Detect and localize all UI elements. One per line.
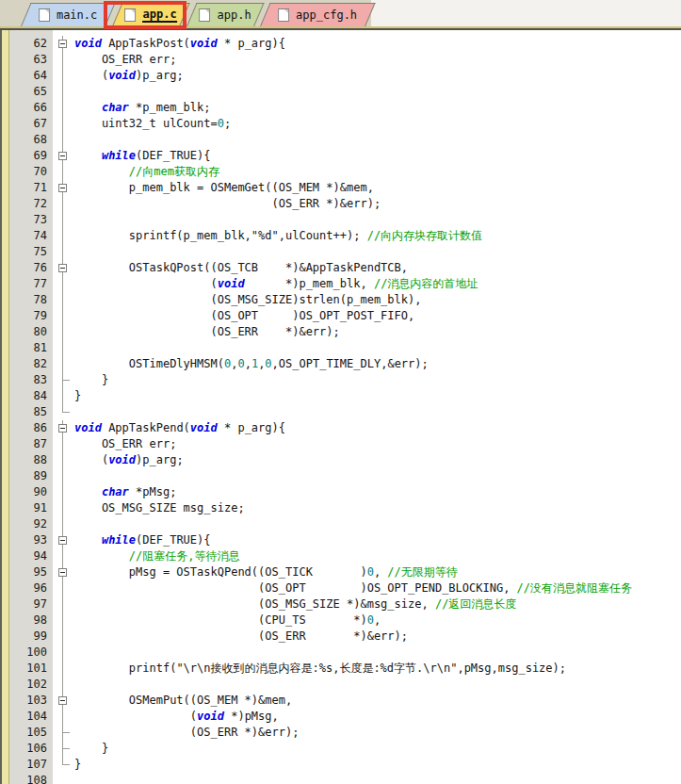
fold-column xyxy=(53,677,74,693)
code-lines: 62void AppTaskPost(void * p_arg){63 OS_E… xyxy=(9,36,632,784)
code-line: 70 //向mem获取内存 xyxy=(9,164,632,180)
code-line: 97 (OS_MSG_SIZE *)&msg_size, //返回消息长度 xyxy=(9,596,632,612)
tab-app-cfg-h[interactable]: app_cfg.h xyxy=(260,3,376,26)
code-text: (OS_OPT )OS_OPT_PEND_BLOCKING, //没有消息就阻塞… xyxy=(74,580,632,596)
line-number: 96 xyxy=(9,580,53,596)
tab-main-c[interactable]: main.c xyxy=(21,3,116,26)
fold-column xyxy=(53,100,74,116)
fold-column xyxy=(53,500,74,516)
code-text: sprintf(p_mem_blk,"%d",ulCount++); //向内存… xyxy=(74,228,482,244)
line-number: 97 xyxy=(9,596,53,612)
code-line: 102 xyxy=(9,677,632,693)
line-number: 99 xyxy=(9,629,53,645)
fold-column xyxy=(53,228,74,244)
line-number: 87 xyxy=(9,436,53,452)
line-number: 102 xyxy=(9,677,53,693)
fold-column xyxy=(53,564,74,580)
code-line: 78 (OS_MSG_SIZE)strlen(p_mem_blk), xyxy=(9,292,632,308)
fold-column xyxy=(53,596,74,612)
code-line: 66 char *p_mem_blk; xyxy=(9,100,632,116)
code-line: 105 (OS_ERR *)&err); xyxy=(9,725,632,741)
fold-column xyxy=(53,372,74,388)
code-line: 101 printf("\r\n接收到的消息内容是:%s,长度是:%d字节.\r… xyxy=(9,661,632,677)
code-line: 81 xyxy=(9,340,632,356)
line-number: 81 xyxy=(9,340,53,356)
line-number: 78 xyxy=(9,292,53,308)
line-number: 103 xyxy=(9,693,53,709)
line-number: 72 xyxy=(9,196,53,212)
fold-column xyxy=(53,68,74,84)
fold-collapse-icon[interactable] xyxy=(58,184,67,192)
code-text: (OS_ERR *)&err); xyxy=(74,196,381,212)
fold-column xyxy=(53,132,74,148)
line-number: 108 xyxy=(9,773,53,784)
code-line: 87 OS_ERR err; xyxy=(9,436,632,452)
fold-collapse-icon[interactable] xyxy=(58,696,67,705)
line-number: 100 xyxy=(9,645,53,661)
tab-app-h[interactable]: app.h xyxy=(186,3,265,26)
code-line: 80 (OS_ERR *)&err); xyxy=(9,324,632,340)
fold-column xyxy=(53,580,74,596)
line-number: 74 xyxy=(9,228,53,244)
line-number: 90 xyxy=(9,484,53,500)
fold-column xyxy=(53,709,74,725)
line-number: 92 xyxy=(9,516,53,532)
code-line: 84} xyxy=(9,388,632,404)
code-text: OS_ERR err; xyxy=(74,436,176,452)
code-line: 72 (OS_ERR *)&err); xyxy=(9,196,632,212)
code-text: (OS_ERR *)&err); xyxy=(74,629,408,645)
line-number: 101 xyxy=(9,661,53,677)
code-line: 94 //阻塞任务,等待消息 xyxy=(9,548,632,564)
code-line: 106 } xyxy=(9,741,632,757)
fold-column xyxy=(53,308,74,324)
fold-column xyxy=(53,420,74,436)
fold-column xyxy=(53,725,74,741)
fold-column xyxy=(53,196,74,212)
line-number: 98 xyxy=(9,612,53,629)
tab-label: app_cfg.h xyxy=(296,8,357,22)
code-text: (OS_MSG_SIZE *)&msg_size, //返回消息长度 xyxy=(74,596,516,612)
code-text: void AppTaskPost(void * p_arg){ xyxy=(74,36,285,52)
line-number: 82 xyxy=(9,356,53,372)
line-number: 64 xyxy=(9,68,53,84)
code-text: (CPU_TS *)0, xyxy=(74,612,381,629)
fold-column xyxy=(53,52,74,68)
tab-label: main.c xyxy=(57,8,97,22)
line-number: 65 xyxy=(9,84,53,100)
code-text: printf("\r\n接收到的消息内容是:%s,长度是:%d字节.\r\n",… xyxy=(74,661,566,677)
fold-column xyxy=(53,212,74,228)
fold-collapse-icon[interactable] xyxy=(58,264,67,272)
code-line: 93 while(DEF_TRUE){ xyxy=(9,532,632,548)
fold-column xyxy=(53,468,74,484)
tab-label: app.h xyxy=(218,8,251,22)
code-text: p_mem_blk = OSMemGet((OS_MEM *)&mem, xyxy=(74,180,374,196)
code-text: pMsg = OSTaskQPend((OS_TICK )0, //无限期等待 xyxy=(74,564,458,580)
line-number: 95 xyxy=(9,564,53,580)
fold-column xyxy=(53,548,74,564)
code-editor[interactable]: 62void AppTaskPost(void * p_arg){63 OS_E… xyxy=(0,30,681,784)
fold-column xyxy=(53,244,74,260)
code-text: } xyxy=(74,757,81,773)
fold-collapse-icon[interactable] xyxy=(58,568,67,577)
line-number: 107 xyxy=(9,757,53,773)
fold-column xyxy=(53,516,74,532)
line-number: 80 xyxy=(9,324,53,340)
code-text: } xyxy=(74,372,108,388)
fold-collapse-icon[interactable] xyxy=(58,536,67,545)
fold-collapse-icon[interactable] xyxy=(58,40,67,48)
line-number: 93 xyxy=(9,532,53,548)
code-line: 68 xyxy=(9,132,632,148)
fold-collapse-icon[interactable] xyxy=(58,424,67,433)
fold-column xyxy=(53,356,74,372)
document-icon xyxy=(278,8,289,22)
line-number: 66 xyxy=(9,100,53,116)
code-text: (OS_ERR *)&err); xyxy=(74,324,340,340)
code-line: 91 OS_MSG_SIZE msg_size; xyxy=(9,500,632,516)
line-number: 62 xyxy=(9,36,53,52)
fold-collapse-icon[interactable] xyxy=(58,152,67,160)
fold-column xyxy=(53,436,74,452)
fold-column xyxy=(53,388,74,404)
fold-column xyxy=(53,452,74,468)
tab-bar: main.c app.c app.h app_cfg.h xyxy=(0,0,681,30)
code-line: 86void AppTaskPend(void * p_arg){ xyxy=(9,420,632,436)
